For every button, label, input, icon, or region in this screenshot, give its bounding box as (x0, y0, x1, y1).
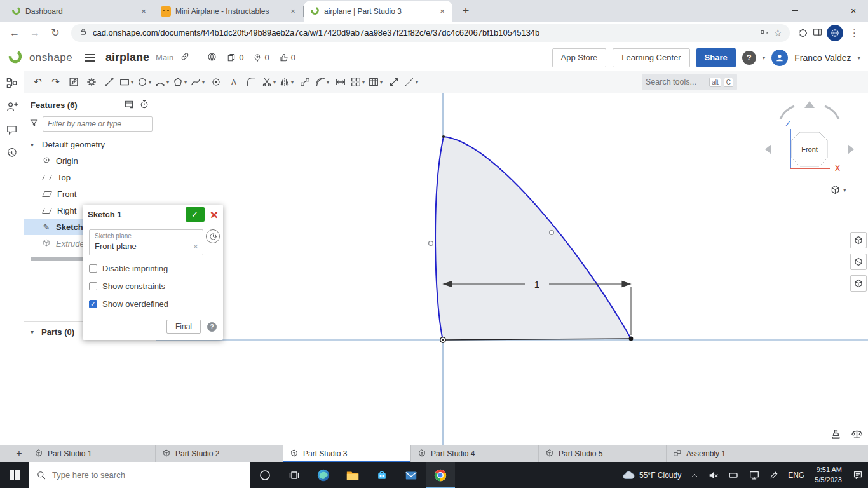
bookmark-star-icon[interactable]: ☆ (774, 27, 782, 39)
browser-tab-instructables[interactable]: Mini Airplane - Instructables × (154, 1, 303, 22)
forward-button[interactable]: → (27, 25, 43, 41)
rotate-up-arrow-icon[interactable] (804, 101, 815, 108)
followers-stat[interactable]: 0 (253, 53, 269, 62)
point-tool-icon[interactable] (207, 73, 224, 91)
line-tool-icon[interactable] (100, 73, 118, 91)
edge-icon[interactable] (309, 462, 338, 488)
spline-handle-right[interactable] (550, 231, 554, 235)
password-key-icon[interactable] (759, 27, 769, 39)
microsoft-store-icon[interactable] (367, 462, 397, 488)
browser-tab-partstudio[interactable]: airplane | Part Studio 3 × (304, 1, 452, 22)
extensions-puzzle-icon[interactable] (797, 27, 808, 39)
browser-profile-avatar[interactable] (827, 25, 843, 41)
add-element-button[interactable]: + (10, 445, 28, 462)
checkbox-show-overdefined[interactable]: ✓ Show overdefined (89, 299, 217, 309)
action-center-icon[interactable] (848, 462, 868, 488)
side-panel-icon[interactable] (812, 27, 823, 39)
insert-feature-icon[interactable] (124, 99, 134, 111)
weather-widget[interactable]: 55°F Cloudy (617, 462, 686, 488)
dimension-value[interactable]: 1 (534, 279, 539, 290)
public-globe-icon[interactable] (207, 51, 217, 64)
window-close-button[interactable]: × (839, 0, 868, 21)
share-link-icon[interactable] (180, 51, 190, 64)
rectangle-tool-icon[interactable]: ▾ (118, 73, 135, 91)
dimension-tool-icon[interactable] (332, 73, 349, 91)
chevron-down-icon[interactable]: ▾ (31, 329, 37, 336)
tray-expand-chevron-icon[interactable] (686, 462, 703, 488)
rollback-stopwatch-icon[interactable] (139, 99, 149, 111)
back-button[interactable]: ← (6, 25, 23, 41)
likes-stat[interactable]: 0 (279, 53, 295, 62)
graphics-canvas[interactable]: 1 Z X Front ▾ (156, 93, 868, 445)
sheet-metal-icon[interactable] (83, 73, 100, 91)
workspace-name[interactable]: Main (156, 53, 173, 62)
user-name[interactable]: Franco Valdez (794, 53, 851, 63)
spline-tool-icon[interactable]: ▾ (189, 73, 207, 91)
features-filter-input[interactable] (43, 116, 153, 132)
browser-tab-dashboard[interactable]: Dashboard × (5, 1, 154, 22)
polygon-tool-icon[interactable]: ▾ (172, 73, 189, 91)
redo-button[interactable]: ↷ (47, 73, 64, 91)
clock-widget[interactable]: 9:51 AM 5/5/2023 (809, 462, 848, 488)
app-store-button[interactable]: App Store (552, 48, 607, 67)
arc-tool-icon[interactable]: ▾ (154, 73, 171, 91)
chrome-icon[interactable] (426, 462, 455, 488)
rotate-cw-arrow-icon[interactable] (825, 106, 839, 119)
tab-close-icon[interactable]: × (437, 6, 447, 17)
pen-icon[interactable] (764, 462, 783, 488)
feature-item-front-plane[interactable]: Front (24, 186, 156, 202)
window-maximize-button[interactable] (810, 0, 839, 21)
section-view-icon[interactable] (850, 254, 867, 270)
learning-center-button[interactable]: Learning Center (613, 48, 689, 67)
versions-tree-icon[interactable] (6, 77, 18, 91)
window-minimize-button[interactable] (780, 0, 810, 21)
mail-icon[interactable] (397, 462, 426, 488)
view-cube[interactable]: Z X Front (761, 98, 858, 182)
help-icon[interactable]: ? (742, 51, 756, 65)
battery-icon[interactable] (724, 462, 744, 488)
checkbox-icon[interactable]: ✓ (89, 300, 97, 308)
taskbar-search[interactable] (29, 462, 250, 488)
mirror-tool-icon[interactable]: ▾ (278, 73, 295, 91)
undo-button[interactable]: ↶ (29, 73, 46, 91)
history-icon[interactable] (6, 147, 18, 161)
scale-balance-icon[interactable] (851, 428, 863, 442)
clear-selection-icon[interactable]: × (193, 242, 198, 251)
volume-muted-icon[interactable] (703, 462, 724, 488)
sketch-icon[interactable] (65, 73, 82, 91)
final-button[interactable]: Final (166, 320, 201, 334)
tab-part-studio-3[interactable]: Part Studio 3 (283, 445, 411, 462)
refresh-button[interactable]: ↻ (47, 25, 64, 41)
chevron-down-icon[interactable]: ▾ (31, 141, 37, 148)
toolbar-search[interactable]: alt C (642, 74, 737, 90)
text-tool-icon[interactable]: A (225, 73, 242, 91)
language-indicator[interactable]: ENG (783, 462, 809, 488)
checkbox-icon[interactable] (89, 282, 97, 290)
tab-assembly-1[interactable]: Assembly 1 (667, 445, 794, 462)
rotate-left-arrow-icon[interactable] (765, 144, 771, 154)
checkbox-disable-imprinting[interactable]: Disable imprinting (89, 264, 217, 273)
sketch-plane-value[interactable]: Front plane (95, 241, 198, 251)
help-caret-icon[interactable]: ▾ (763, 55, 766, 61)
accept-check-button[interactable]: ✓ (186, 207, 205, 222)
table-icon[interactable]: ▾ (367, 73, 384, 91)
trim-tool-icon[interactable]: ▾ (261, 73, 278, 91)
units-stamp-icon[interactable] (830, 428, 842, 442)
address-bar[interactable]: cad.onshape.com/documents/f44b1dc20f549b… (71, 24, 790, 42)
rotate-right-arrow-icon[interactable] (848, 144, 854, 154)
checkbox-show-constraints[interactable]: Show constraints (89, 281, 217, 291)
circle-tool-icon[interactable]: ▾ (136, 73, 153, 91)
document-menu-icon[interactable] (81, 51, 99, 64)
display-style-icon[interactable] (850, 232, 867, 248)
view-settings-dropdown[interactable]: ▾ (830, 184, 846, 195)
tab-close-icon[interactable]: × (139, 6, 149, 17)
user-avatar[interactable] (771, 50, 788, 66)
tab-part-studio-1[interactable]: Part Studio 1 (28, 445, 156, 462)
onshape-logo[interactable] (8, 49, 23, 66)
sketch-region-fill[interactable] (435, 137, 631, 340)
comments-icon[interactable] (6, 124, 18, 138)
toolbar-search-input[interactable] (646, 78, 707, 86)
fillet-tool-icon[interactable] (243, 73, 260, 91)
rotate-ccw-arrow-icon[interactable] (780, 106, 794, 119)
tab-close-icon[interactable]: × (288, 6, 298, 17)
